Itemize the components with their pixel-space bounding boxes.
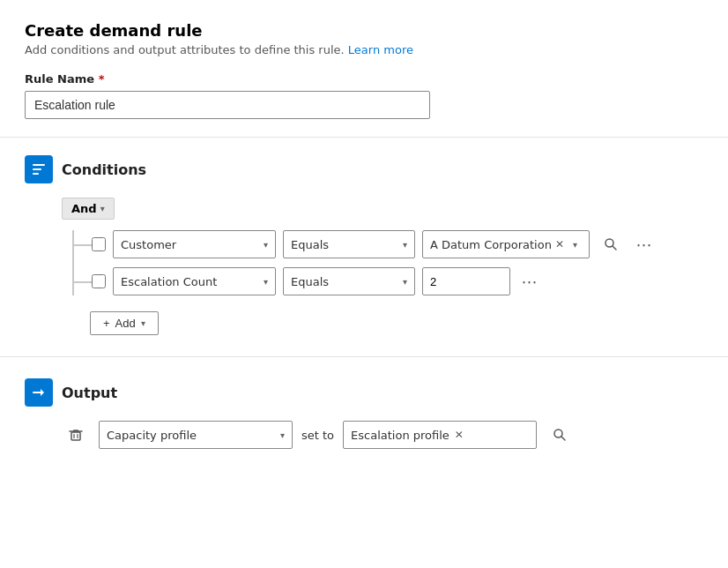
condition-2-operator-dropdown[interactable]: Equals ▾	[283, 267, 415, 295]
condition-2-checkbox[interactable]	[92, 274, 106, 288]
rule-name-section: Rule Name *	[25, 72, 703, 119]
chevron-down-icon: ▾	[573, 240, 577, 250]
condition-1-value-field[interactable]: A Datum Corporation ✕ ▾	[422, 230, 590, 258]
chevron-down-icon: ▾	[280, 430, 285, 440]
condition-1-value-text: A Datum Corporation	[430, 238, 552, 251]
and-chevron-icon: ▾	[100, 204, 105, 213]
condition-rows: Customer ▾ Equals ▾ A Datum Corporation …	[72, 230, 703, 295]
required-indicator: *	[99, 72, 105, 86]
plus-icon: +	[103, 317, 110, 330]
conditions-section: Conditions And ▾ Customer ▾	[25, 155, 703, 335]
condition-2-value-input[interactable]	[422, 267, 510, 295]
chevron-down-icon: ▾	[403, 240, 407, 250]
condition-2-field-dropdown[interactable]: Escalation Count ▾	[113, 267, 276, 295]
value-tag: A Datum Corporation ✕	[430, 238, 564, 251]
svg-rect-5	[33, 392, 41, 393]
table-row: Escalation Count ▾ Equals ▾ ⋯	[74, 267, 703, 295]
condition-1-operator-label: Equals	[291, 238, 329, 251]
svg-rect-2	[33, 173, 39, 175]
conditions-header: Conditions	[25, 155, 703, 183]
and-label: And	[71, 202, 97, 215]
conditions-body: And ▾ Customer ▾ Equals ▾	[62, 198, 703, 335]
output-icon	[25, 378, 53, 407]
add-condition-button[interactable]: + Add ▾	[90, 311, 159, 335]
svg-line-4	[613, 246, 616, 250]
table-row: Customer ▾ Equals ▾ A Datum Corporation …	[74, 230, 703, 258]
condition-2-field-label: Escalation Count	[121, 275, 217, 288]
output-header: Output	[25, 378, 703, 407]
output-value-clear-icon[interactable]: ✕	[455, 429, 464, 441]
chevron-down-icon: ▾	[141, 318, 145, 328]
page-title: Create demand rule	[25, 21, 703, 40]
set-to-label: set to	[301, 429, 334, 442]
condition-2-operator-label: Equals	[291, 275, 329, 288]
learn-more-link[interactable]: Learn more	[348, 43, 413, 56]
output-body: Capacity profile ▾ set to Escalation pro…	[62, 421, 703, 449]
condition-1-field-dropdown[interactable]: Customer ▾	[113, 230, 276, 258]
page-container: Create demand rule Add conditions and ou…	[0, 0, 728, 568]
rule-name-label: Rule Name *	[25, 72, 703, 86]
page-subtitle: Add conditions and output attributes to …	[25, 43, 703, 56]
condition-1-value-clear-icon[interactable]: ✕	[555, 238, 564, 250]
rule-name-input[interactable]	[25, 91, 430, 119]
chevron-down-icon: ▾	[264, 277, 268, 287]
conditions-icon	[25, 155, 53, 183]
condition-1-operator-dropdown[interactable]: Equals ▾	[283, 230, 415, 258]
output-search-icon[interactable]	[546, 421, 574, 449]
svg-marker-6	[41, 389, 44, 396]
divider-2	[0, 356, 728, 357]
svg-rect-0	[33, 164, 45, 166]
svg-rect-1	[33, 168, 41, 170]
add-button-label: Add	[115, 317, 136, 330]
output-field-label: Capacity profile	[107, 429, 197, 442]
subtitle-text: Add conditions and output attributes to …	[25, 43, 345, 56]
chevron-down-icon: ▾	[264, 240, 268, 250]
output-field-dropdown[interactable]: Capacity profile ▾	[99, 421, 293, 449]
condition-1-field-label: Customer	[121, 238, 176, 251]
condition-1-checkbox[interactable]	[92, 237, 106, 251]
condition-1-search-icon[interactable]	[597, 230, 625, 258]
conditions-title: Conditions	[62, 161, 146, 178]
output-value-field[interactable]: Escalation profile ✕	[343, 421, 537, 449]
divider-1	[0, 137, 728, 138]
output-title: Output	[62, 385, 117, 401]
condition-2-more-icon[interactable]: ⋯	[517, 267, 542, 295]
output-value-text: Escalation profile	[351, 429, 449, 442]
svg-line-11	[561, 437, 565, 440]
output-section: Output Capacity profile ▾ set to	[25, 378, 703, 449]
svg-rect-7	[71, 432, 80, 440]
condition-1-more-icon[interactable]: ⋯	[632, 230, 657, 258]
main-panel: Create demand rule Add conditions and ou…	[0, 0, 728, 474]
delete-output-icon[interactable]	[62, 421, 90, 449]
and-button[interactable]: And ▾	[62, 198, 115, 220]
chevron-down-icon: ▾	[403, 277, 407, 287]
